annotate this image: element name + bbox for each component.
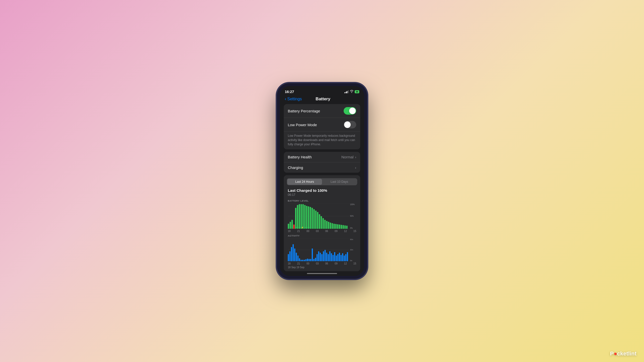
page-title: Battery [302, 97, 344, 102]
svg-rect-56 [307, 259, 308, 261]
battery-level-label: BATTERY LEVEL [284, 200, 360, 204]
last-charged-time: 06:17 [284, 193, 360, 200]
toggle-knob [349, 108, 356, 114]
svg-rect-74 [336, 256, 337, 261]
low-power-mode-toggle[interactable] [344, 121, 356, 128]
battery-percentage-row[interactable]: Battery Percentage [284, 104, 360, 118]
tab-24-hours[interactable]: Last 24 Hours [287, 179, 322, 185]
svg-rect-67 [325, 250, 326, 261]
status-bar: 16:27 35 [280, 86, 364, 95]
charging-row[interactable]: Charging › [284, 162, 360, 173]
battery-health-detail: Normal › [341, 155, 356, 159]
svg-rect-17 [313, 209, 315, 229]
svg-rect-57 [309, 259, 310, 261]
svg-rect-75 [337, 254, 339, 261]
low-power-mode-row[interactable]: Low Power Mode [284, 118, 360, 132]
svg-rect-3 [288, 224, 289, 229]
battery-health-value: Normal [341, 155, 353, 159]
back-label: Settings [287, 97, 302, 101]
watermark-dot: ● [614, 350, 617, 357]
svg-rect-45 [289, 251, 291, 261]
wifi-icon [350, 90, 353, 94]
svg-rect-58 [310, 259, 311, 261]
svg-rect-9 [299, 204, 300, 229]
battery-health-label: Battery Health [288, 155, 312, 159]
act-x-03: 03 [316, 262, 319, 265]
navigation-bar: ‹ Settings Battery [280, 95, 364, 104]
svg-rect-7 [295, 208, 296, 229]
battery-level-chart: ⚡ 100% 50% 0% [284, 204, 360, 229]
signal-icon [344, 90, 349, 93]
svg-text:⚡: ⚡ [301, 226, 304, 229]
svg-rect-80 [345, 254, 346, 261]
act-x-21: 21 [297, 262, 300, 265]
battery-icon: 35 [355, 90, 359, 93]
activity-chart-svg: 60m 30m 0m [288, 239, 356, 261]
svg-rect-26 [330, 223, 331, 229]
x-label-18: 18 [288, 230, 291, 233]
svg-rect-12 [304, 205, 305, 229]
x-label-21: 21 [297, 230, 300, 233]
svg-text:0%: 0% [350, 227, 353, 229]
back-chevron-icon: ‹ [285, 96, 286, 102]
svg-rect-53 [302, 260, 303, 261]
phone-frame: 16:27 35 [277, 83, 367, 279]
status-time: 16:27 [285, 89, 294, 94]
activity-chart: 60m 30m 0m [284, 239, 360, 261]
toggle-knob-2 [344, 121, 351, 128]
x-label-00: 00 [307, 230, 309, 233]
home-indicator [280, 272, 364, 276]
act-x-15: 15 [353, 262, 356, 265]
battery-percentage-label: Battery Percentage [288, 109, 320, 113]
svg-rect-27 [332, 223, 333, 229]
svg-rect-77 [340, 255, 342, 261]
tab-10-days[interactable]: Last 10 Days [322, 179, 357, 185]
battery-chart-svg: ⚡ 100% 50% 0% [288, 204, 356, 229]
svg-rect-65 [321, 254, 323, 261]
battery-chart-section: Last 24 Hours Last 10 Days Last Charged … [284, 175, 360, 271]
svg-rect-78 [342, 253, 343, 261]
svg-rect-10 [301, 204, 302, 229]
time-range-tabs[interactable]: Last 24 Hours Last 10 Days [287, 178, 357, 185]
last-charged-title: Last Charged to 100% [284, 188, 360, 193]
svg-rect-71 [331, 253, 332, 261]
svg-rect-54 [304, 260, 305, 261]
svg-rect-33 [343, 225, 344, 229]
svg-rect-24 [326, 221, 327, 229]
svg-rect-60 [313, 259, 315, 261]
battery-health-group: Battery Health Normal › Charging › [284, 152, 360, 173]
svg-rect-55 [305, 259, 307, 261]
svg-rect-5 [292, 220, 293, 229]
watermark: P●cketlint [610, 350, 636, 357]
svg-rect-20 [319, 214, 320, 229]
status-icons: 35 [344, 90, 359, 94]
back-button[interactable]: ‹ Settings [285, 96, 302, 102]
battery-percentage-toggle[interactable] [344, 107, 356, 115]
activity-x-axis: 18 21 00 03 06 09 12 15 [284, 261, 360, 265]
low-power-mode-label: Low Power Mode [288, 123, 317, 127]
home-bar [307, 273, 337, 274]
svg-rect-47 [293, 244, 294, 261]
svg-text:0m: 0m [350, 260, 352, 261]
svg-rect-19 [317, 212, 318, 229]
svg-rect-15 [310, 207, 311, 229]
act-x-06: 06 [325, 262, 328, 265]
svg-rect-11 [302, 204, 304, 229]
battery-settings-group: Battery Percentage Low Power Mode Low Po… [284, 104, 360, 149]
battery-health-row[interactable]: Battery Health Normal › [284, 152, 360, 162]
svg-rect-63 [318, 251, 319, 261]
svg-rect-50 [297, 256, 299, 261]
svg-rect-66 [323, 251, 324, 261]
svg-rect-23 [324, 220, 326, 229]
act-x-09: 09 [335, 262, 337, 265]
svg-rect-49 [296, 253, 297, 261]
svg-rect-79 [344, 256, 345, 261]
date-range-label: 18 Sep 19 Sep [284, 265, 360, 271]
svg-text:100%: 100% [350, 204, 355, 206]
svg-rect-64 [320, 253, 321, 261]
svg-rect-28 [333, 224, 335, 229]
settings-content: Battery Percentage Low Power Mode Low Po… [280, 104, 364, 272]
svg-rect-59 [312, 249, 313, 261]
svg-text:50%: 50% [350, 215, 354, 217]
low-power-mode-description: Low Power Mode temporarily reduces backg… [284, 132, 360, 149]
